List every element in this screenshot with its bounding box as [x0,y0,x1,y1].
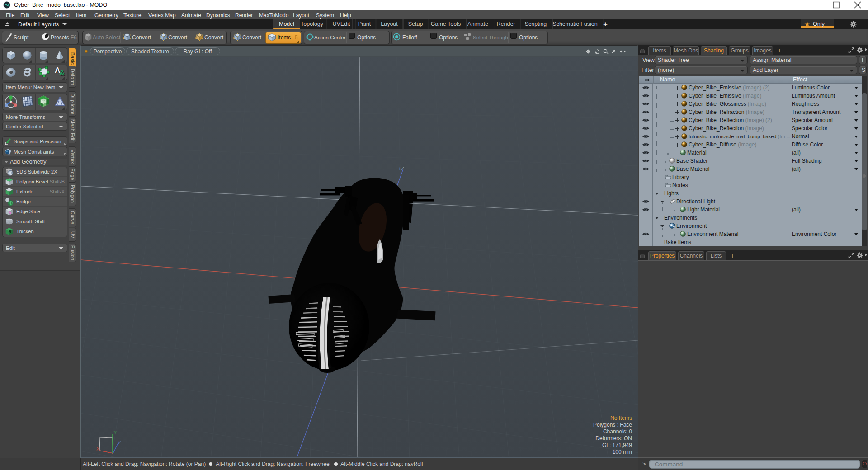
svg-text:Y: Y [113,430,117,435]
svg-text:X: X [96,446,100,451]
svg-text:Z: Z [118,440,121,445]
svg-text:+Z: +Z [398,166,404,171]
